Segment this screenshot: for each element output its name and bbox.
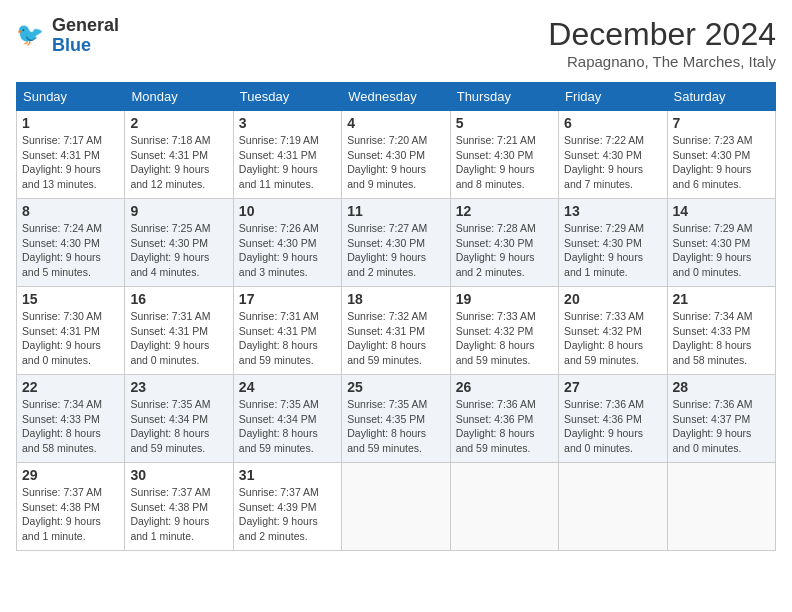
table-row: 23Sunrise: 7:35 AM Sunset: 4:34 PM Dayli… bbox=[125, 375, 233, 463]
day-info: Sunrise: 7:27 AM Sunset: 4:30 PM Dayligh… bbox=[347, 221, 444, 280]
day-number: 25 bbox=[347, 379, 444, 395]
day-number: 14 bbox=[673, 203, 770, 219]
table-row: 16Sunrise: 7:31 AM Sunset: 4:31 PM Dayli… bbox=[125, 287, 233, 375]
day-number: 17 bbox=[239, 291, 336, 307]
day-info: Sunrise: 7:28 AM Sunset: 4:30 PM Dayligh… bbox=[456, 221, 553, 280]
page-header: 🐦 General Blue December 2024 Rapagnano, … bbox=[16, 16, 776, 70]
day-number: 30 bbox=[130, 467, 227, 483]
day-info: Sunrise: 7:24 AM Sunset: 4:30 PM Dayligh… bbox=[22, 221, 119, 280]
day-info: Sunrise: 7:33 AM Sunset: 4:32 PM Dayligh… bbox=[456, 309, 553, 368]
table-row: 13Sunrise: 7:29 AM Sunset: 4:30 PM Dayli… bbox=[559, 199, 667, 287]
day-info: Sunrise: 7:36 AM Sunset: 4:36 PM Dayligh… bbox=[564, 397, 661, 456]
title-block: December 2024 Rapagnano, The Marches, It… bbox=[548, 16, 776, 70]
table-row: 19Sunrise: 7:33 AM Sunset: 4:32 PM Dayli… bbox=[450, 287, 558, 375]
table-row: 31Sunrise: 7:37 AM Sunset: 4:39 PM Dayli… bbox=[233, 463, 341, 551]
table-row: 1Sunrise: 7:17 AM Sunset: 4:31 PM Daylig… bbox=[17, 111, 125, 199]
table-row: 18Sunrise: 7:32 AM Sunset: 4:31 PM Dayli… bbox=[342, 287, 450, 375]
day-info: Sunrise: 7:37 AM Sunset: 4:38 PM Dayligh… bbox=[22, 485, 119, 544]
day-info: Sunrise: 7:31 AM Sunset: 4:31 PM Dayligh… bbox=[239, 309, 336, 368]
day-info: Sunrise: 7:35 AM Sunset: 4:34 PM Dayligh… bbox=[130, 397, 227, 456]
header-wednesday: Wednesday bbox=[342, 83, 450, 111]
table-row bbox=[667, 463, 775, 551]
table-row bbox=[559, 463, 667, 551]
table-row: 20Sunrise: 7:33 AM Sunset: 4:32 PM Dayli… bbox=[559, 287, 667, 375]
day-info: Sunrise: 7:30 AM Sunset: 4:31 PM Dayligh… bbox=[22, 309, 119, 368]
day-info: Sunrise: 7:35 AM Sunset: 4:35 PM Dayligh… bbox=[347, 397, 444, 456]
table-row: 7Sunrise: 7:23 AM Sunset: 4:30 PM Daylig… bbox=[667, 111, 775, 199]
table-row: 10Sunrise: 7:26 AM Sunset: 4:30 PM Dayli… bbox=[233, 199, 341, 287]
day-info: Sunrise: 7:22 AM Sunset: 4:30 PM Dayligh… bbox=[564, 133, 661, 192]
svg-text:🐦: 🐦 bbox=[16, 21, 44, 48]
header-tuesday: Tuesday bbox=[233, 83, 341, 111]
day-info: Sunrise: 7:35 AM Sunset: 4:34 PM Dayligh… bbox=[239, 397, 336, 456]
month-title: December 2024 bbox=[548, 16, 776, 53]
calendar-week-row: 15Sunrise: 7:30 AM Sunset: 4:31 PM Dayli… bbox=[17, 287, 776, 375]
day-number: 11 bbox=[347, 203, 444, 219]
table-row: 11Sunrise: 7:27 AM Sunset: 4:30 PM Dayli… bbox=[342, 199, 450, 287]
day-number: 28 bbox=[673, 379, 770, 395]
day-number: 8 bbox=[22, 203, 119, 219]
day-number: 22 bbox=[22, 379, 119, 395]
table-row: 24Sunrise: 7:35 AM Sunset: 4:34 PM Dayli… bbox=[233, 375, 341, 463]
day-number: 26 bbox=[456, 379, 553, 395]
day-info: Sunrise: 7:31 AM Sunset: 4:31 PM Dayligh… bbox=[130, 309, 227, 368]
day-info: Sunrise: 7:19 AM Sunset: 4:31 PM Dayligh… bbox=[239, 133, 336, 192]
table-row: 8Sunrise: 7:24 AM Sunset: 4:30 PM Daylig… bbox=[17, 199, 125, 287]
table-row: 17Sunrise: 7:31 AM Sunset: 4:31 PM Dayli… bbox=[233, 287, 341, 375]
day-info: Sunrise: 7:33 AM Sunset: 4:32 PM Dayligh… bbox=[564, 309, 661, 368]
day-number: 15 bbox=[22, 291, 119, 307]
table-row: 27Sunrise: 7:36 AM Sunset: 4:36 PM Dayli… bbox=[559, 375, 667, 463]
day-info: Sunrise: 7:36 AM Sunset: 4:36 PM Dayligh… bbox=[456, 397, 553, 456]
day-number: 18 bbox=[347, 291, 444, 307]
day-info: Sunrise: 7:29 AM Sunset: 4:30 PM Dayligh… bbox=[564, 221, 661, 280]
logo: 🐦 General Blue bbox=[16, 16, 119, 56]
day-info: Sunrise: 7:36 AM Sunset: 4:37 PM Dayligh… bbox=[673, 397, 770, 456]
calendar-week-row: 1Sunrise: 7:17 AM Sunset: 4:31 PM Daylig… bbox=[17, 111, 776, 199]
day-number: 12 bbox=[456, 203, 553, 219]
day-info: Sunrise: 7:25 AM Sunset: 4:30 PM Dayligh… bbox=[130, 221, 227, 280]
table-row: 29Sunrise: 7:37 AM Sunset: 4:38 PM Dayli… bbox=[17, 463, 125, 551]
table-row bbox=[342, 463, 450, 551]
calendar-table: Sunday Monday Tuesday Wednesday Thursday… bbox=[16, 82, 776, 551]
day-number: 1 bbox=[22, 115, 119, 131]
table-row: 12Sunrise: 7:28 AM Sunset: 4:30 PM Dayli… bbox=[450, 199, 558, 287]
table-row: 21Sunrise: 7:34 AM Sunset: 4:33 PM Dayli… bbox=[667, 287, 775, 375]
header-monday: Monday bbox=[125, 83, 233, 111]
day-info: Sunrise: 7:26 AM Sunset: 4:30 PM Dayligh… bbox=[239, 221, 336, 280]
logo-icon: 🐦 bbox=[16, 20, 48, 52]
table-row: 4Sunrise: 7:20 AM Sunset: 4:30 PM Daylig… bbox=[342, 111, 450, 199]
table-row: 22Sunrise: 7:34 AM Sunset: 4:33 PM Dayli… bbox=[17, 375, 125, 463]
table-row: 26Sunrise: 7:36 AM Sunset: 4:36 PM Dayli… bbox=[450, 375, 558, 463]
table-row: 9Sunrise: 7:25 AM Sunset: 4:30 PM Daylig… bbox=[125, 199, 233, 287]
calendar-week-row: 22Sunrise: 7:34 AM Sunset: 4:33 PM Dayli… bbox=[17, 375, 776, 463]
day-number: 31 bbox=[239, 467, 336, 483]
table-row: 14Sunrise: 7:29 AM Sunset: 4:30 PM Dayli… bbox=[667, 199, 775, 287]
table-row: 5Sunrise: 7:21 AM Sunset: 4:30 PM Daylig… bbox=[450, 111, 558, 199]
day-number: 23 bbox=[130, 379, 227, 395]
day-number: 3 bbox=[239, 115, 336, 131]
day-number: 6 bbox=[564, 115, 661, 131]
day-info: Sunrise: 7:32 AM Sunset: 4:31 PM Dayligh… bbox=[347, 309, 444, 368]
day-number: 10 bbox=[239, 203, 336, 219]
day-number: 5 bbox=[456, 115, 553, 131]
table-row: 30Sunrise: 7:37 AM Sunset: 4:38 PM Dayli… bbox=[125, 463, 233, 551]
day-number: 29 bbox=[22, 467, 119, 483]
day-info: Sunrise: 7:23 AM Sunset: 4:30 PM Dayligh… bbox=[673, 133, 770, 192]
header-sunday: Sunday bbox=[17, 83, 125, 111]
header-saturday: Saturday bbox=[667, 83, 775, 111]
day-info: Sunrise: 7:37 AM Sunset: 4:38 PM Dayligh… bbox=[130, 485, 227, 544]
day-info: Sunrise: 7:18 AM Sunset: 4:31 PM Dayligh… bbox=[130, 133, 227, 192]
day-info: Sunrise: 7:37 AM Sunset: 4:39 PM Dayligh… bbox=[239, 485, 336, 544]
day-number: 7 bbox=[673, 115, 770, 131]
day-number: 2 bbox=[130, 115, 227, 131]
day-number: 13 bbox=[564, 203, 661, 219]
table-row: 6Sunrise: 7:22 AM Sunset: 4:30 PM Daylig… bbox=[559, 111, 667, 199]
day-number: 16 bbox=[130, 291, 227, 307]
calendar-week-row: 8Sunrise: 7:24 AM Sunset: 4:30 PM Daylig… bbox=[17, 199, 776, 287]
table-row: 15Sunrise: 7:30 AM Sunset: 4:31 PM Dayli… bbox=[17, 287, 125, 375]
day-number: 24 bbox=[239, 379, 336, 395]
day-info: Sunrise: 7:20 AM Sunset: 4:30 PM Dayligh… bbox=[347, 133, 444, 192]
location: Rapagnano, The Marches, Italy bbox=[548, 53, 776, 70]
day-number: 20 bbox=[564, 291, 661, 307]
header-friday: Friday bbox=[559, 83, 667, 111]
